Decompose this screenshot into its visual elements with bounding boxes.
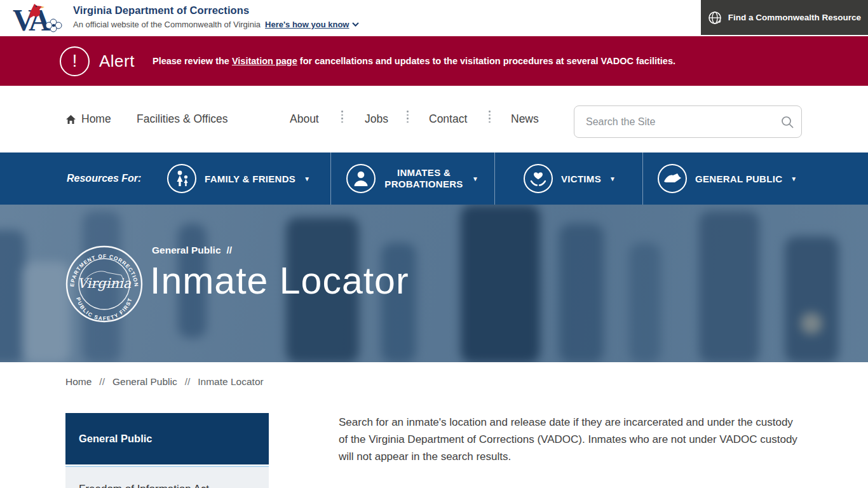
seal-virginia-text: Virginia bbox=[78, 276, 132, 291]
home-icon bbox=[65, 114, 76, 125]
vadoc-logo-icon: V A bbox=[13, 1, 69, 36]
site-search bbox=[574, 105, 802, 138]
main-navigation: Home Facilities & Offices About Jobs Con… bbox=[0, 86, 868, 152]
menu-family-friends[interactable]: FAMILY & FRIENDS ▼ bbox=[167, 152, 310, 205]
nav-jobs[interactable]: Jobs bbox=[365, 86, 388, 152]
chevron-down-icon bbox=[352, 22, 359, 27]
search-input[interactable] bbox=[574, 116, 773, 128]
nav-divider bbox=[489, 111, 491, 123]
resources-for-label: Resources For: bbox=[67, 152, 141, 205]
caret-down-icon: ▼ bbox=[304, 175, 310, 182]
alert-message: Please review the Visitation page for ca… bbox=[153, 56, 675, 66]
page: V A Virginia Department of Corrections A… bbox=[0, 0, 868, 488]
nav-about[interactable]: About bbox=[290, 86, 319, 152]
menu-inmates-probationers[interactable]: INMATES & PROBATIONERS ▼ bbox=[346, 152, 478, 205]
search-button[interactable] bbox=[773, 115, 801, 129]
page-title: Inmate Locator bbox=[150, 259, 409, 302]
family-icon bbox=[167, 164, 196, 193]
caret-down-icon: ▼ bbox=[790, 175, 797, 182]
nav-contact[interactable]: Contact bbox=[429, 86, 467, 152]
menu-general-public[interactable]: GENERAL PUBLIC ▼ bbox=[658, 152, 797, 205]
resources-bar: Resources For: FAMILY & FRIENDS ▼ bbox=[0, 152, 868, 205]
resources-divider bbox=[330, 152, 331, 205]
breadcrumb-home[interactable]: Home bbox=[65, 376, 92, 388]
caret-down-icon: ▼ bbox=[609, 175, 616, 182]
search-icon bbox=[780, 115, 794, 129]
heres-how-you-know-link[interactable]: Here's how you know bbox=[265, 20, 359, 29]
resources-divider bbox=[642, 152, 643, 205]
alert-banner: ! Alert Please review the Visitation pag… bbox=[0, 36, 868, 86]
alert-label: Alert bbox=[99, 51, 135, 71]
intro-paragraph: Search for an inmate's location and rele… bbox=[339, 414, 797, 465]
alert-icon: ! bbox=[60, 46, 90, 76]
official-website-text: An official website of the Commonwealth … bbox=[73, 20, 261, 29]
hero-banner: DEPARTMENT OF CORRECTIONS PUBLIC SAFETY … bbox=[0, 205, 868, 362]
hero-category[interactable]: General Public// bbox=[152, 245, 232, 256]
nav-facilities-offices[interactable]: Facilities & Offices bbox=[137, 86, 228, 152]
menu-victims[interactable]: VICTIMS ▼ bbox=[524, 152, 616, 205]
caret-down-icon: ▼ bbox=[472, 175, 478, 182]
sidebar-item-foia[interactable]: Freedom of Information Act bbox=[65, 466, 269, 488]
main-content: Search for an inmate's location and rele… bbox=[339, 414, 797, 488]
inmate-icon bbox=[346, 164, 376, 193]
breadcrumb-current: Inmate Locator bbox=[198, 376, 263, 388]
site-title: Virginia Department of Corrections bbox=[73, 4, 359, 17]
resources-divider bbox=[494, 152, 495, 205]
breadcrumb: Home // General Public // Inmate Locator bbox=[65, 376, 264, 388]
nav-home[interactable]: Home bbox=[65, 86, 111, 152]
heart-hands-icon bbox=[524, 164, 553, 193]
nav-divider bbox=[341, 111, 343, 123]
sidebar-general-public[interactable]: General Public bbox=[65, 413, 269, 464]
breadcrumb-general-public[interactable]: General Public bbox=[112, 376, 177, 388]
vadoc-logo[interactable]: V A bbox=[13, 1, 69, 36]
nav-news[interactable]: News bbox=[511, 86, 539, 152]
visitation-page-link[interactable]: Visitation page bbox=[232, 56, 297, 66]
globe-icon bbox=[708, 11, 722, 25]
virginia-state-icon bbox=[658, 164, 687, 193]
site-header: V A Virginia Department of Corrections A… bbox=[0, 0, 868, 36]
nav-divider bbox=[407, 111, 409, 123]
find-commonwealth-resource-button[interactable]: Find a Commonwealth Resource bbox=[701, 0, 868, 35]
vadoc-seal: DEPARTMENT OF CORRECTIONS PUBLIC SAFETY … bbox=[65, 245, 143, 323]
brand-block: Virginia Department of Corrections An of… bbox=[73, 4, 359, 29]
